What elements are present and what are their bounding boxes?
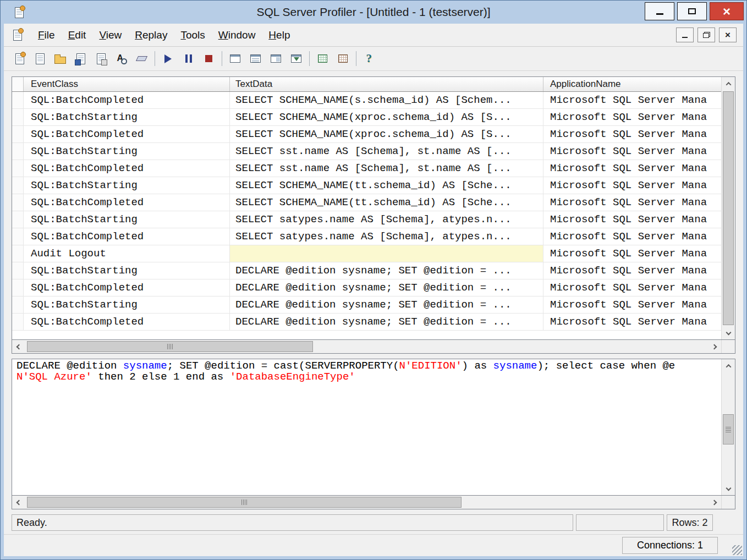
pane-splitter[interactable] [12, 354, 735, 359]
scroll-thumb[interactable] [27, 341, 313, 352]
cell-textdata[interactable]: SELECT sst.name AS [Schema], st.name AS … [230, 143, 543, 160]
cell-eventclass[interactable]: SQL:BatchCompleted [24, 160, 230, 177]
cell-applicationname[interactable]: Microsoft SQL Server Mana [543, 160, 721, 177]
table-row[interactable]: SQL:BatchStartingSELECT SCHEMA_NAME(tt.s… [12, 177, 721, 194]
scroll-up-arrow[interactable] [722, 359, 735, 373]
cell-eventclass[interactable]: SQL:BatchStarting [24, 109, 230, 125]
close-button[interactable]: × [710, 2, 744, 20]
row-selector[interactable] [12, 279, 24, 296]
table-row[interactable]: SQL:BatchCompletedSELECT satypes.name AS… [12, 228, 721, 245]
new-document-button[interactable] [30, 50, 50, 68]
open-button[interactable] [50, 50, 70, 68]
cell-applicationname[interactable]: Microsoft SQL Server Mana [543, 245, 721, 262]
cell-applicationname[interactable]: Microsoft SQL Server Mana [543, 194, 721, 211]
run-to-cursor-button[interactable] [245, 50, 266, 68]
minimize-button[interactable] [645, 2, 674, 20]
cell-textdata[interactable]: SELECT SCHEMA_NAME(tt.schema_id) AS [Sch… [230, 177, 543, 194]
stop-replay-button[interactable] [199, 50, 219, 68]
cell-applicationname[interactable]: Microsoft SQL Server Mana [543, 297, 721, 313]
cell-applicationname[interactable]: Microsoft SQL Server Mana [543, 143, 721, 160]
row-selector[interactable] [12, 245, 24, 262]
scroll-down-arrow[interactable] [722, 481, 735, 495]
menu-file[interactable]: File [31, 26, 62, 44]
cell-applicationname[interactable]: Microsoft SQL Server Mana [543, 126, 721, 142]
scroll-thumb[interactable] [723, 91, 734, 325]
pause-replay-button[interactable] [178, 50, 199, 68]
table-row[interactable]: SQL:BatchCompletedSELECT sst.name AS [Sc… [12, 160, 721, 177]
column-header-eventclass[interactable]: EventClass [24, 77, 230, 91]
table-row[interactable]: SQL:BatchCompletedDECLARE @edition sysna… [12, 279, 721, 297]
row-selector[interactable] [12, 194, 24, 211]
cell-textdata[interactable]: SELECT satypes.name AS [Schema], atypes.… [230, 211, 543, 228]
menu-view[interactable]: View [92, 26, 128, 44]
detail-vertical-scrollbar[interactable] [721, 359, 735, 495]
cell-eventclass[interactable]: SQL:BatchStarting [24, 177, 230, 194]
row-selector[interactable] [12, 314, 24, 330]
row-selector[interactable] [12, 109, 24, 125]
cell-textdata[interactable]: SELECT SCHEMA_NAME(xproc.schema_id) AS [… [230, 126, 543, 142]
cell-applicationname[interactable]: Microsoft SQL Server Mana [543, 177, 721, 194]
table-row[interactable]: SQL:BatchStartingSELECT SCHEMA_NAME(xpro… [12, 109, 721, 126]
grid-export-button[interactable] [333, 50, 353, 68]
column-header-textdata[interactable]: TextData [230, 77, 543, 91]
table-row[interactable]: SQL:BatchStartingSELECT satypes.name AS … [12, 211, 721, 228]
table-row[interactable]: SQL:BatchStartingDECLARE @edition sysnam… [12, 297, 721, 314]
cell-eventclass[interactable]: SQL:BatchStarting [24, 297, 230, 313]
row-selector[interactable] [12, 297, 24, 313]
cell-eventclass[interactable]: SQL:BatchCompleted [24, 279, 230, 296]
mdi-close-button[interactable]: × [719, 28, 737, 42]
grid-horizontal-scrollbar[interactable] [12, 340, 735, 354]
find-button[interactable] [111, 50, 131, 68]
cell-eventclass[interactable]: SQL:BatchCompleted [24, 126, 230, 142]
row-selector[interactable] [12, 126, 24, 142]
cell-applicationname[interactable]: Microsoft SQL Server Mana [543, 314, 721, 330]
save-button[interactable] [70, 50, 91, 68]
cell-textdata[interactable]: SELECT SCHEMA_NAME(s.schema_id) AS [Sche… [230, 92, 543, 108]
cell-textdata[interactable] [230, 245, 543, 262]
scroll-up-arrow[interactable] [722, 77, 735, 91]
row-selector[interactable] [12, 228, 24, 245]
cell-eventclass[interactable]: SQL:BatchCompleted [24, 92, 230, 108]
scroll-right-arrow[interactable] [707, 496, 721, 509]
cell-textdata[interactable]: SELECT SCHEMA_NAME(tt.schema_id) AS [Sch… [230, 194, 543, 211]
menu-window[interactable]: Window [212, 26, 262, 44]
mdi-restore-button[interactable] [697, 28, 715, 42]
scroll-left-arrow[interactable] [12, 496, 26, 509]
cell-eventclass[interactable]: SQL:BatchStarting [24, 262, 230, 279]
cell-applicationname[interactable]: Microsoft SQL Server Mana [543, 92, 721, 108]
menu-tools[interactable]: Tools [174, 26, 211, 44]
table-row[interactable]: SQL:BatchCompletedSELECT SCHEMA_NAME(s.s… [12, 92, 721, 109]
cell-applicationname[interactable]: Microsoft SQL Server Mana [543, 211, 721, 228]
row-selector[interactable] [12, 143, 24, 160]
cell-textdata[interactable]: DECLARE @edition sysname; SET @edition =… [230, 262, 543, 279]
table-row[interactable]: SQL:BatchCompletedSELECT SCHEMA_NAME(xpr… [12, 126, 721, 143]
table-row[interactable]: SQL:BatchStartingDECLARE @edition sysnam… [12, 262, 721, 279]
cell-textdata[interactable]: SELECT satypes.name AS [Schema], atypes.… [230, 228, 543, 245]
scroll-down-arrow[interactable] [722, 326, 735, 339]
row-selector[interactable] [12, 177, 24, 194]
cell-applicationname[interactable]: Microsoft SQL Server Mana [543, 228, 721, 245]
table-row[interactable]: Audit LogoutMicrosoft SQL Server Mana [12, 245, 721, 262]
row-selector[interactable] [12, 211, 24, 228]
scroll-right-arrow[interactable] [707, 340, 721, 353]
menu-edit[interactable]: Edit [62, 26, 93, 44]
cell-applicationname[interactable]: Microsoft SQL Server Mana [543, 262, 721, 279]
detail-horizontal-scrollbar[interactable] [12, 496, 735, 509]
cell-eventclass[interactable]: SQL:BatchCompleted [24, 194, 230, 211]
help-button[interactable] [359, 50, 380, 68]
row-selector[interactable] [12, 262, 24, 279]
detail-pane[interactable]: DECLARE @edition sysname; SET @edition =… [12, 359, 735, 496]
grid-vertical-scrollbar[interactable] [721, 77, 735, 339]
properties-button[interactable] [91, 50, 111, 68]
cell-eventclass[interactable]: SQL:BatchStarting [24, 143, 230, 160]
row-selector[interactable] [12, 160, 24, 177]
cell-applicationname[interactable]: Microsoft SQL Server Mana [543, 279, 721, 296]
clear-trace-button[interactable] [131, 50, 152, 68]
cell-eventclass[interactable]: SQL:BatchCompleted [24, 228, 230, 245]
table-row[interactable]: SQL:BatchCompletedSELECT SCHEMA_NAME(tt.… [12, 194, 721, 211]
cell-eventclass[interactable]: SQL:BatchCompleted [24, 314, 230, 330]
cell-textdata[interactable]: SELECT sst.name AS [Schema], st.name AS … [230, 160, 543, 177]
column-header-applicationname[interactable]: ApplicationName [543, 77, 721, 91]
cell-textdata[interactable]: DECLARE @edition sysname; SET @edition =… [230, 279, 543, 296]
table-row[interactable]: SQL:BatchStartingSELECT sst.name AS [Sch… [12, 143, 721, 160]
